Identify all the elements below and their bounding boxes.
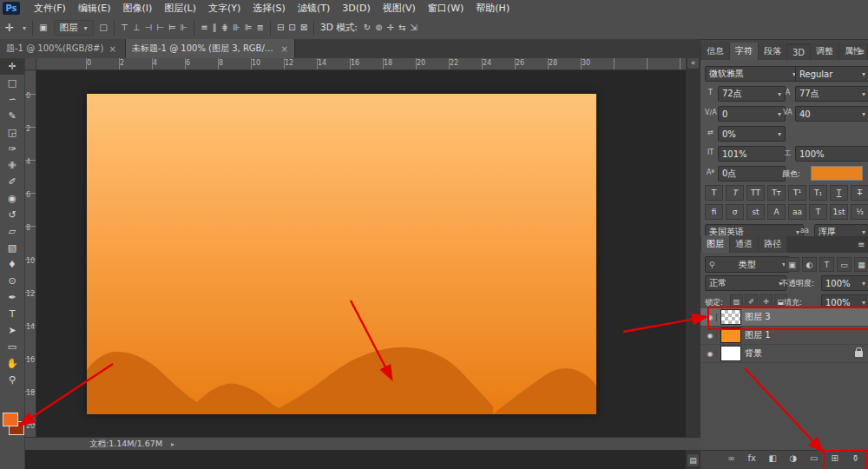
opentype-button[interactable]: st — [746, 204, 765, 220]
opentype-button[interactable]: A — [767, 204, 786, 220]
baseline-shift-input[interactable]: 0点 — [718, 166, 786, 182]
auto-align-icon[interactable]: ⊟ — [277, 22, 284, 34]
opentype-button[interactable]: T — [809, 204, 827, 220]
opentype-button[interactable]: ½ — [851, 204, 868, 220]
distribute-icon[interactable]: ≣ — [257, 22, 264, 34]
text-format-button[interactable]: TT — [746, 185, 765, 201]
layers-panel-tab-2[interactable]: 通道 — [730, 235, 758, 253]
opentype-button[interactable]: fi — [705, 204, 723, 220]
visibility-eye-icon[interactable]: ◉ — [704, 314, 717, 321]
path-select-tool[interactable]: ➤ — [0, 322, 24, 339]
move-tool[interactable]: ✛ — [0, 58, 24, 75]
delete-layer-icon[interactable]: ⚱ — [849, 453, 862, 463]
kerning-dropdown[interactable]: 0 ▾ — [718, 106, 786, 122]
text-format-button[interactable]: T — [851, 185, 868, 201]
layers-panel-tab-3[interactable]: 路径 — [759, 235, 786, 253]
3d-mode-icon[interactable]: ↻ — [364, 22, 371, 34]
distribute-icon[interactable]: ⊫ — [245, 22, 253, 34]
mini-panel-icon[interactable]: ▤ — [687, 454, 699, 466]
brush-tool[interactable]: ✐ — [0, 174, 24, 190]
text-format-button[interactable]: T — [726, 185, 744, 201]
tool-preset-caret-icon[interactable]: ▾ — [23, 24, 26, 32]
menu-item[interactable]: 选择(S) — [247, 1, 292, 17]
panel-tab-1[interactable]: 信息 — [701, 43, 729, 60]
align-icon[interactable]: ⊣ — [144, 22, 152, 34]
new-adjustment-layer-icon[interactable]: ◑ — [786, 453, 799, 463]
3d-mode-icon[interactable]: ⇆ — [398, 22, 405, 34]
healing-brush-tool[interactable]: ✙ — [0, 157, 24, 174]
document-tab[interactable]: 未标题-1 @ 100% (图层 3, RGB/8#) * × — [126, 39, 295, 58]
auto-select-target-dropdown[interactable]: 图层 ▾ — [54, 20, 94, 36]
menu-item[interactable]: 编辑(E) — [72, 1, 117, 17]
distribute-icon[interactable]: ≡ — [201, 22, 207, 34]
font-family-dropdown[interactable]: 微软雅黑 ▾ — [705, 66, 800, 82]
text-format-button[interactable]: T — [830, 185, 848, 201]
lock-icon[interactable]: ▨ — [730, 294, 743, 308]
leading-dropdown[interactable]: 77点 ▾ — [795, 86, 868, 102]
panel-tab-5[interactable]: 调整 — [811, 43, 838, 60]
align-icon[interactable]: ⊤ — [121, 22, 128, 34]
menu-item[interactable]: 视图(V) — [377, 1, 422, 17]
opentype-button[interactable]: σ — [726, 204, 744, 220]
lasso-tool[interactable]: ∽ — [0, 91, 24, 108]
panel-menu-icon[interactable]: ≡ — [858, 240, 865, 249]
panel-tab-4[interactable]: 3D — [787, 45, 810, 60]
layer-row[interactable]: ◉背景 — [700, 345, 868, 363]
status-expander-icon[interactable]: ▸ — [171, 440, 174, 448]
proportional-spacing-dropdown[interactable]: 0% ▾ — [718, 126, 786, 142]
close-tab-icon[interactable]: × — [108, 44, 115, 54]
menu-item[interactable]: 文件(F) — [28, 1, 72, 17]
align-icon[interactable]: ⊨ — [168, 22, 176, 34]
h-ruler[interactable]: 024681012141618202224262830 — [36, 58, 686, 70]
auto-align-icon[interactable]: ⊠ — [300, 22, 307, 34]
layers-panel-tab-1[interactable]: 图层 — [701, 235, 729, 253]
add-mask-icon[interactable]: ◧ — [766, 453, 779, 463]
auto-select-checkbox[interactable]: ▣ — [39, 22, 47, 34]
text-color-swatch[interactable] — [811, 166, 863, 181]
opacity-dropdown[interactable]: 100% ▾ — [821, 275, 868, 291]
menu-item[interactable]: 图像(I) — [116, 1, 158, 17]
eraser-tool[interactable]: ▱ — [0, 223, 24, 240]
blur-tool[interactable]: ♦ — [0, 256, 24, 273]
link-layers-icon[interactable]: ∞ — [725, 453, 738, 463]
align-icon[interactable]: ⊥ — [133, 22, 141, 34]
layer-filter-icon[interactable]: T — [819, 257, 834, 272]
menu-item[interactable]: 图层(L) — [158, 1, 202, 17]
menu-item[interactable]: 窗口(W) — [422, 1, 470, 17]
3d-mode-icon[interactable]: ✛ — [387, 22, 394, 34]
panel-menu-icon[interactable]: ≡ — [858, 47, 865, 56]
layer-filter-dropdown[interactable]: ⚲ 类型 ▾ — [705, 256, 790, 273]
layer-style-icon[interactable]: fx — [746, 453, 759, 463]
layer-filter-icon[interactable]: ◐ — [802, 257, 817, 272]
text-format-button[interactable]: T₁ — [809, 185, 827, 201]
lock-icon[interactable]: ✛ — [760, 294, 773, 308]
visibility-eye-icon[interactable]: ◉ — [704, 332, 717, 340]
history-brush-tool[interactable]: ↺ — [0, 207, 24, 223]
gradient-tool[interactable]: ▧ — [0, 240, 24, 256]
menu-item[interactable]: 帮助(H) — [470, 1, 516, 17]
canvas-image[interactable] — [87, 94, 596, 414]
horizontal-scale-input[interactable]: 100% — [795, 146, 868, 162]
layer-row[interactable]: ◉图层 1 — [700, 327, 868, 345]
hand-tool[interactable]: ✋ — [0, 355, 24, 372]
opentype-button[interactable]: aa — [788, 204, 806, 220]
3d-mode-icon[interactable]: ⇲ — [410, 22, 417, 34]
new-layer-icon[interactable]: ⊞ — [828, 453, 841, 463]
tracking-dropdown[interactable]: 40 ▾ — [795, 106, 868, 122]
clone-stamp-tool[interactable]: ◉ — [0, 190, 24, 207]
layer-row[interactable]: ◉图层 3 — [700, 308, 868, 327]
menu-item[interactable]: 滤镜(T) — [292, 1, 336, 17]
new-group-icon[interactable]: ▭ — [807, 453, 820, 463]
align-icon[interactable]: ⊩ — [181, 22, 188, 34]
text-format-button[interactable]: T¹ — [788, 185, 806, 201]
opentype-button[interactable]: 1st — [830, 204, 848, 220]
auto-align-icon[interactable]: ⊡ — [288, 22, 295, 34]
marquee-tool[interactable]: □ — [0, 75, 24, 91]
pen-tool[interactable]: ✒ — [0, 289, 24, 306]
blend-mode-dropdown[interactable]: 正常 ▾ — [705, 275, 786, 291]
text-format-button[interactable]: T — [705, 185, 723, 201]
v-ruler[interactable]: 02468101214161820 — [24, 69, 36, 437]
distribute-icon[interactable]: ∥ — [213, 22, 217, 34]
font-size-dropdown[interactable]: 72点 ▾ — [718, 86, 786, 102]
lock-icon[interactable]: ✐ — [745, 294, 758, 308]
